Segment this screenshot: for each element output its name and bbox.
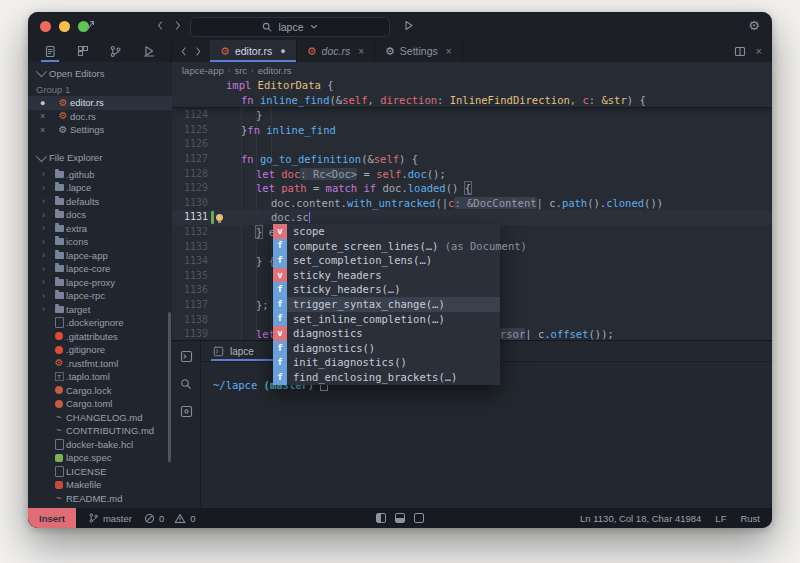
completion-item-set_completion_lens-[interactable]: fset_completion_lens(…) bbox=[273, 253, 500, 268]
code-token: fn bbox=[241, 94, 260, 106]
git-branch-indicator[interactable]: master bbox=[88, 512, 132, 524]
folder--github[interactable]: › .github bbox=[28, 168, 172, 182]
tab-settings[interactable]: ⚙Settings× bbox=[375, 40, 463, 62]
code-line-1126[interactable]: 1126 bbox=[172, 137, 772, 152]
sticky-line[interactable]: fn inline_find(&self, direction: InlineF… bbox=[172, 93, 772, 108]
breadcrumb[interactable]: lapce-app›src›editor.rs bbox=[172, 62, 772, 79]
open-editors-header[interactable]: Open Editors bbox=[28, 62, 172, 80]
sidebar-scrollbar[interactable] bbox=[168, 312, 171, 462]
code-token: () bbox=[446, 182, 465, 194]
history-back-button[interactable] bbox=[156, 19, 164, 32]
search-icon[interactable] bbox=[180, 378, 192, 390]
file-lapce-spec[interactable]: lapce.spec bbox=[28, 451, 172, 465]
code-token: let bbox=[256, 168, 281, 180]
file--gitattributes[interactable]: .gitattributes bbox=[28, 330, 172, 344]
command-palette-button[interactable]: lapce bbox=[190, 17, 390, 37]
file-readme-md[interactable]: ~ README.md bbox=[28, 492, 172, 506]
folder-lapce-proxy[interactable]: › lapce-proxy bbox=[28, 276, 172, 290]
code-line-1129[interactable]: 1129let path = match if doc.loaded() { bbox=[172, 181, 772, 196]
tab-prev-button[interactable] bbox=[180, 46, 187, 57]
file--taplo-toml[interactable]: T .taplo.toml bbox=[28, 370, 172, 384]
folder-target[interactable]: › target bbox=[28, 303, 172, 317]
close-icon[interactable]: × bbox=[446, 46, 452, 57]
code-text: let doc: Rc<Doc> = self.doc(); bbox=[224, 167, 446, 182]
open-editor-doc-rs[interactable]: ×⚙ doc.rs bbox=[28, 110, 172, 124]
code-line-1130[interactable]: 1130doc.content.with_untracked(|c: &DocC… bbox=[172, 196, 772, 211]
folder-lapce-rpc[interactable]: › lapce-rpc bbox=[28, 289, 172, 303]
dirty-indicator[interactable]: ● bbox=[40, 98, 56, 108]
file-explorer-header[interactable]: File Explorer bbox=[28, 147, 172, 165]
completion-item-find_enclosing_brackets-[interactable]: ffind_enclosing_brackets(…) bbox=[273, 370, 500, 385]
toggle-left-panel-icon[interactable] bbox=[376, 513, 386, 523]
remote-connection-icon[interactable] bbox=[84, 19, 97, 32]
file-license[interactable]: LICENSE bbox=[28, 465, 172, 479]
file-cargo-lock[interactable]: Cargo.lock bbox=[28, 384, 172, 398]
close-icon[interactable]: × bbox=[40, 125, 56, 135]
code-line-1124[interactable]: 1124} bbox=[172, 108, 772, 123]
completion-item-set_inline_completion-[interactable]: fset_inline_completion(…) bbox=[273, 312, 500, 327]
completion-item-diagnostics-[interactable]: fdiagnostics() bbox=[273, 341, 500, 356]
completion-item-init_diagnostics-[interactable]: finit_diagnostics() bbox=[273, 355, 500, 370]
history-forward-button[interactable] bbox=[174, 19, 182, 32]
file--gitignore[interactable]: .gitignore bbox=[28, 343, 172, 357]
open-editor-editor-rs[interactable]: ●⚙ editor.rs bbox=[28, 96, 172, 110]
file-contributing-md[interactable]: ~ CONTRIBUTING.md bbox=[28, 424, 172, 438]
close-icon[interactable]: × bbox=[40, 111, 56, 121]
file-docker-bake-hcl[interactable]: docker-bake.hcl bbox=[28, 438, 172, 452]
folder-extra[interactable]: › extra bbox=[28, 222, 172, 236]
terminal-tab[interactable]: lapce bbox=[211, 341, 280, 361]
problems-indicator[interactable]: 0 0 bbox=[144, 513, 196, 524]
folder-docs[interactable]: › docs bbox=[28, 208, 172, 222]
file-cargo-toml[interactable]: Cargo.toml bbox=[28, 397, 172, 411]
line-ending[interactable]: LF bbox=[715, 513, 726, 524]
minimize-window-button[interactable] bbox=[59, 21, 70, 32]
folder-icons[interactable]: › icons bbox=[28, 235, 172, 249]
folder-file-icon bbox=[52, 184, 66, 191]
toggle-bottom-panel-icon[interactable] bbox=[395, 513, 405, 523]
code-line-1125[interactable]: 1125}fn inline_find bbox=[172, 123, 772, 138]
folder-lapce-app[interactable]: › lapce-app bbox=[28, 249, 172, 263]
lightbulb-icon[interactable] bbox=[216, 214, 223, 221]
file-makefile[interactable]: Makefile bbox=[28, 478, 172, 492]
rust-icon: ⚙ bbox=[307, 46, 317, 57]
code-line-1127[interactable]: 1127fn go_to_definition(&self) { bbox=[172, 152, 772, 167]
source-control-icon[interactable] bbox=[109, 40, 122, 62]
code-line-1128[interactable]: 1128let doc: Rc<Doc> = self.doc(); bbox=[172, 167, 772, 182]
plugin-icon[interactable] bbox=[77, 40, 89, 62]
settings-gear-icon[interactable]: ⚙ bbox=[748, 18, 760, 34]
completion-item-trigger_syntax_change-[interactable]: ftrigger_syntax_change(…) bbox=[273, 297, 500, 312]
sticky-line[interactable]: impl EditorData { bbox=[172, 78, 772, 93]
folder--lapce[interactable]: › .lapce bbox=[28, 181, 172, 195]
close-editor-icon[interactable]: × bbox=[756, 45, 762, 57]
folder-file-icon bbox=[52, 279, 66, 286]
editor-mode-badge[interactable]: Insert bbox=[28, 508, 76, 528]
split-editor-icon[interactable] bbox=[734, 46, 746, 57]
terminal-icon[interactable] bbox=[180, 350, 193, 363]
completion-item-diagnostics[interactable]: vdiagnostics bbox=[273, 326, 500, 341]
file--dockerignore[interactable]: .dockerignore bbox=[28, 316, 172, 330]
close-icon[interactable]: × bbox=[358, 46, 364, 57]
code-token: }; bbox=[256, 299, 269, 311]
tab-next-button[interactable] bbox=[195, 46, 202, 57]
folder-lapce-core[interactable]: › lapce-core bbox=[28, 262, 172, 276]
file-changelog-md[interactable]: ~ CHANGELOG.md bbox=[28, 411, 172, 425]
completion-item-scope[interactable]: vscope bbox=[273, 224, 500, 239]
run-button[interactable] bbox=[403, 19, 414, 32]
debug-console-icon[interactable] bbox=[180, 405, 193, 418]
tab-doc-rs[interactable]: ⚙doc.rs× bbox=[297, 40, 375, 62]
file--rustfmt-toml[interactable]: ⚙ .rustfmt.toml bbox=[28, 357, 172, 371]
close-window-button[interactable] bbox=[40, 21, 51, 32]
language-mode[interactable]: Rust bbox=[740, 513, 760, 524]
completion-item-sticky_headers-[interactable]: fsticky_headers(…) bbox=[273, 282, 500, 297]
code-token: : bbox=[589, 94, 602, 106]
file-explorer-icon[interactable] bbox=[44, 40, 56, 62]
open-editor-settings[interactable]: ×⚙ Settings bbox=[28, 123, 172, 137]
code-line-1131[interactable]: 1131doc.sc bbox=[172, 210, 772, 225]
toggle-right-panel-icon[interactable] bbox=[414, 513, 424, 523]
tab-editor-rs[interactable]: ⚙editor.rs● bbox=[210, 40, 297, 62]
completion-item-sticky_headers[interactable]: vsticky_headers bbox=[273, 268, 500, 283]
debug-icon[interactable] bbox=[143, 40, 155, 62]
completion-item-compute_screen_lines-[interactable]: fcompute_screen_lines(…) (as Document) bbox=[273, 239, 500, 254]
folder-defaults[interactable]: › defaults bbox=[28, 195, 172, 209]
cursor-position[interactable]: Ln 1130, Col 18, Char 41984 bbox=[580, 513, 701, 524]
